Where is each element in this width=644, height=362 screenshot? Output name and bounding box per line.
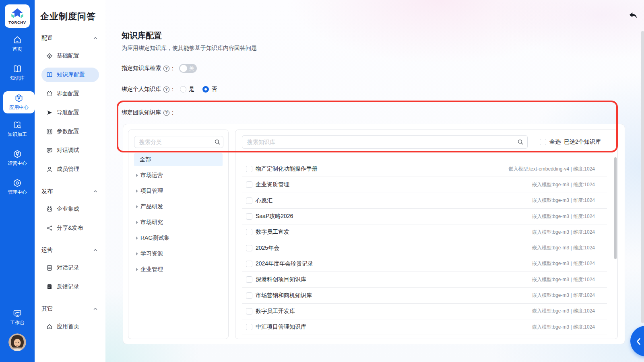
row-checkbox[interactable] [246,276,252,283]
kb-meta: 嵌入模型:bge-m3 | 维度:1024 [532,245,595,251]
category-item[interactable]: 市场研究 [134,216,223,229]
chevron-up-icon[interactable] [93,306,98,311]
torchv-logo-icon [9,8,26,20]
row-checkbox[interactable] [246,324,252,330]
menu-item-interface-config[interactable]: 界面配置 [41,86,99,101]
setting-personal-kb: 绑定个人知识库 是 否 [122,86,217,93]
category-item[interactable]: RAG测试集 [134,232,223,245]
radio-yes[interactable] [180,86,186,93]
switch-knob [180,65,187,72]
menu-item-app-home[interactable]: 应用首页 [41,319,99,334]
radio-label-yes: 是 [189,86,194,93]
person-icon [46,166,53,173]
menu-item-label: 分享&发布 [57,224,83,232]
help-icon[interactable] [163,86,169,93]
back-button[interactable] [628,10,638,21]
search-icon[interactable] [214,139,221,145]
colon [172,109,173,116]
kb-row[interactable]: 物产定制化功能操作手册 嵌入模型:text-embedding-v4 | 维度:… [242,161,607,177]
row-checkbox[interactable] [246,213,252,220]
caret-right-icon [136,252,138,255]
category-item[interactable]: 学习资源 [134,247,223,260]
row-checkbox[interactable] [246,292,252,299]
kb-row[interactable]: 数字员工开发库 嵌入模型:bge-m3 | 维度:1024 [242,304,607,319]
row-checkbox[interactable] [246,197,252,204]
select-all-checkbox[interactable] [540,139,546,145]
category-search-input[interactable] [134,136,223,148]
kb-meta: 嵌入模型:bge-m3 | 维度:1024 [532,260,595,267]
kb-search-switch[interactable]: 关 [179,64,197,73]
menu-section-config[interactable]: 配置 [41,34,98,42]
chevron-up-icon[interactable] [93,36,98,41]
sidebar-item-operation-center[interactable]: 运营中心 [0,150,35,167]
sidebar-item-workbench[interactable]: 工作台 [0,309,35,326]
menu-item-member-management[interactable]: 成员管理 [41,162,99,177]
sidebar-item-admin-center[interactable]: 管理中心 [0,179,35,196]
sidebar-item-knowledge-base[interactable]: 知识库 [0,64,35,82]
sidebar-item-knowledge-processing[interactable]: 知识加工 [0,121,35,138]
icon-rail: TORCHV 首页 知识库 应用中心 [0,0,35,362]
kb-row[interactable]: 深港科创项目知识库 嵌入模型:bge-m3 | 维度:1024 [242,272,607,288]
setting-team-kb: 绑定团队知识库 [122,109,173,116]
menu-section-other[interactable]: 其它 [41,305,98,313]
menu-item-label: 导航配置 [57,109,79,116]
menu-item-feedback-records[interactable]: 反馈记录 [41,280,99,294]
menu-item-label: 应用首页 [57,323,79,330]
help-icon[interactable] [163,110,169,116]
kb-meta: 嵌入模型:bge-m3 | 维度:1024 [532,181,595,188]
row-checkbox[interactable] [246,245,252,251]
chevron-up-icon[interactable] [93,248,98,253]
user-avatar[interactable] [8,333,26,351]
menu-item-kb-config[interactable]: 知识库配置 [41,68,99,82]
category-list: 全部 市场运营 项目管理 产品研发 市场研究 RAG测试集 学习资源 企业管理 [134,153,223,279]
kb-row[interactable]: 企业资质管理 嵌入模型:bge-m3 | 维度:1024 [242,177,607,193]
menu-item-enterprise-integration[interactable]: 企业集成 [41,202,99,216]
kb-row[interactable]: 心愿汇 嵌入模型:bge-m3 | 维度:1024 [242,193,607,209]
row-checkbox[interactable] [246,229,252,235]
radio-no[interactable] [202,86,209,93]
caret-right-icon [136,268,138,271]
sidebar-item-label: 知识加工 [0,131,35,138]
category-item[interactable]: 企业管理 [134,263,223,276]
menu-item-label: 对话记录 [57,264,79,272]
sidebar-item-home[interactable]: 首页 [0,35,35,53]
category-item-all[interactable]: 全部 [134,153,223,166]
menu-item-parameter-config[interactable]: 参数配置 [41,124,99,139]
kb-row[interactable]: 2025年会 嵌入模型:bge-m3 | 维度:1024 [242,240,607,256]
category-item[interactable]: 项目管理 [134,185,223,197]
section-label: 发布 [41,188,53,195]
help-icon[interactable] [163,66,169,72]
kb-row[interactable]: SaaP攻略2026 嵌入模型:bge-m3 | 维度:1024 [242,209,607,224]
kb-search-input[interactable] [242,135,513,149]
kb-row[interactable]: 中汇项目管理知识库 嵌入模型:bge-m3 | 维度:1024 [242,319,607,335]
share-icon [46,225,53,231]
torchv-logo[interactable]: TORCHV [5,4,30,28]
menu-section-publish[interactable]: 发布 [41,187,98,195]
category-item[interactable]: 产品研发 [134,200,223,213]
kb-row[interactable]: 2024年度年会珍贵记录 嵌入模型:bge-m3 | 维度:1024 [242,256,607,272]
menu-section-operation[interactable]: 运营 [41,246,98,254]
kb-row[interactable]: 数字员工宣发 嵌入模型:bge-m3 | 维度:1024 [242,224,607,240]
page-scrollbar[interactable] [641,31,644,323]
row-checkbox[interactable] [246,261,252,267]
kb-name: 2025年会 [256,245,279,252]
document-filled-icon [46,284,53,290]
kb-meta: 嵌入模型:bge-m3 | 维度:1024 [532,213,595,220]
kb-row[interactable]: 市场营销和商机知识库 嵌入模型:bge-m3 | 维度:1024 [242,288,607,303]
row-checkbox[interactable] [246,166,252,172]
chevron-up-icon[interactable] [93,189,98,194]
kb-search-button[interactable] [513,135,528,149]
sidebar-item-app-center[interactable]: 应用中心 [3,91,35,113]
menu-item-share-publish[interactable]: 分享&发布 [41,221,99,235]
list-scrollbar[interactable] [614,157,617,259]
category-label: 学习资源 [140,250,163,257]
row-checkbox[interactable] [246,308,252,315]
row-checkbox[interactable] [246,181,252,188]
menu-item-navigation-config[interactable]: 导航配置 [41,105,99,120]
sidebar-item-label: 应用中心 [3,104,35,111]
menu-item-chat-debug[interactable]: 对话调试 [41,143,99,158]
menu-item-chat-records[interactable]: 对话记录 [41,261,99,275]
menu-item-basic-config[interactable]: 基础配置 [41,49,99,63]
category-item[interactable]: 市场运营 [134,169,223,182]
kb-name: 2024年度年会珍贵记录 [256,260,313,267]
